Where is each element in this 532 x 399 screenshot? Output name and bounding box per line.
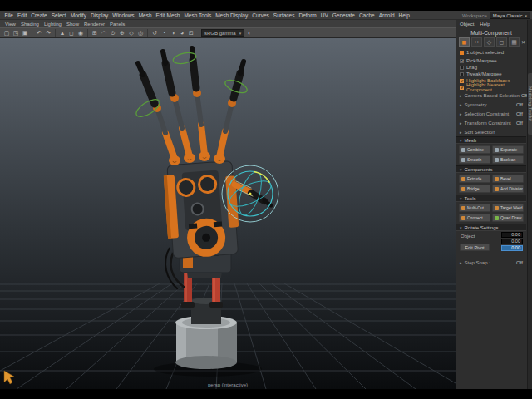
snap-to-view-plane-icon[interactable]: ◇ <box>127 28 135 37</box>
panelmenu-show[interactable]: Show <box>64 22 81 27</box>
render-current-frame-icon[interactable]: ◑ <box>169 28 177 37</box>
rotate-x-field[interactable]: 0.00 <box>501 232 523 238</box>
edge-mode-icon[interactable]: ◇ <box>484 37 495 47</box>
menu-windows[interactable]: Windows <box>111 12 136 18</box>
menu-edit-mesh[interactable]: Edit Mesh <box>154 12 182 18</box>
menu-file[interactable]: File <box>2 12 15 18</box>
snap-to-grid-icon[interactable]: ⊞ <box>91 28 99 37</box>
multi-component-mode-icon[interactable]: ◼ <box>459 37 470 47</box>
exposure-icon[interactable]: ◐ <box>245 28 254 37</box>
tab-modeling-toolkit[interactable]: Modeling Toolkit <box>528 73 532 135</box>
menu-mesh[interactable]: Mesh <box>136 12 154 18</box>
multi-cut-button[interactable]: Multi-Cut <box>459 204 490 212</box>
menu-surfaces[interactable]: Surfaces <box>271 12 297 18</box>
add-divisions-button[interactable]: Add Divisions <box>492 185 524 193</box>
menu-select[interactable]: Select <box>49 12 68 18</box>
checkbox[interactable] <box>460 59 464 63</box>
open-scene-icon[interactable]: ◳ <box>12 28 20 37</box>
save-scene-icon[interactable]: ▣ <box>21 28 29 37</box>
menu-cache[interactable]: Cache <box>357 12 377 18</box>
checkbox-tweak-marquee[interactable]: Tweak/Marquee <box>456 71 526 77</box>
menu-curves[interactable]: Curves <box>250 12 272 18</box>
option-transform-constraint[interactable]: Transform Constraint Off <box>456 118 526 127</box>
menu-help[interactable]: Help <box>397 12 411 18</box>
option-selection-constraint[interactable]: Selection Constraint Off <box>456 109 526 118</box>
rotate-z-field[interactable]: 0.00 <box>501 245 523 251</box>
rotate-y-field[interactable]: 0.00 <box>501 239 523 244</box>
bevel-button[interactable]: Bevel <box>492 175 524 183</box>
uv-mode-icon[interactable]: ▦ <box>509 37 520 47</box>
select-component-icon[interactable]: ◉ <box>76 28 85 37</box>
checkbox-highlight-nearest-component[interactable]: Highlight Nearest Component <box>456 84 526 91</box>
checkbox-pick-marquee[interactable]: Pick/Marquee <box>456 57 526 64</box>
separate-button[interactable]: Separate <box>492 145 524 154</box>
checkbox[interactable] <box>460 79 464 83</box>
panelmenu-view[interactable]: View <box>2 22 18 27</box>
menu-modify[interactable]: Modify <box>68 12 88 18</box>
axis-orientation-dropdown[interactable]: Object <box>461 234 475 239</box>
panelmenu-renderer[interactable]: Renderer <box>81 22 107 27</box>
menu-arnold[interactable]: Arnold <box>377 12 397 18</box>
panelmenu-panels[interactable]: Panels <box>107 22 127 27</box>
camera-label: persp (interactive) <box>0 382 456 387</box>
face-mode-icon[interactable]: ◻ <box>496 37 507 47</box>
section-header-components[interactable]: Components <box>456 165 526 173</box>
snap-to-projected-center-icon[interactable]: ⊕ <box>118 28 126 37</box>
section-header-mesh[interactable]: Mesh <box>456 136 526 144</box>
checkbox[interactable] <box>460 66 464 70</box>
button-label: Connect <box>467 215 483 220</box>
combine-button[interactable]: Combine <box>459 145 490 154</box>
toolkit-menu-object[interactable]: Object <box>460 22 474 27</box>
panelmenu-lighting[interactable]: Lighting <box>42 22 64 27</box>
checkbox-drag[interactable]: Drag <box>456 64 526 71</box>
workspace-label: Workspace <box>462 13 487 18</box>
connect-button[interactable]: Connect <box>459 214 490 222</box>
viewport-canvas[interactable] <box>0 38 456 389</box>
render-view-icon[interactable]: ◔ <box>160 28 168 37</box>
step-snap-row[interactable]: Step Snap : Off <box>456 258 526 267</box>
vertex-mode-icon[interactable]: ∷ <box>471 37 482 47</box>
close-icon[interactable]: ✕ <box>521 39 526 45</box>
snap-to-point-icon[interactable]: ⊙ <box>109 28 117 37</box>
section-header-tools[interactable]: Tools <box>456 195 526 202</box>
toolkit-menu-help[interactable]: Help <box>480 22 490 27</box>
menu-mesh-tools[interactable]: Mesh Tools <box>182 12 214 18</box>
menu-uv[interactable]: UV <box>318 12 330 18</box>
ipr-render-icon[interactable]: ◕ <box>178 28 186 37</box>
select-hierarchy-icon[interactable]: ▲ <box>58 28 66 37</box>
target-weld-button[interactable]: Target Weld <box>492 204 524 212</box>
menu-edit[interactable]: Edit <box>15 12 28 18</box>
button-label: Add Divisions <box>500 186 524 191</box>
option-symmetry[interactable]: Symmetry Off <box>456 100 526 109</box>
checkbox[interactable] <box>460 86 464 90</box>
redo-icon[interactable]: ↷ <box>44 28 52 37</box>
gamma-dropdown[interactable]: sRGB gamma <box>201 29 244 37</box>
boolean-button[interactable]: Boolean <box>492 155 524 164</box>
quad-draw-button[interactable]: Quad Draw <box>492 214 524 222</box>
menu-mesh-display[interactable]: Mesh Display <box>214 12 250 18</box>
option-camera-based-selection[interactable]: Camera Based Selection Off <box>456 91 526 100</box>
workspace-dropdown[interactable]: Maya Classic <box>490 12 530 19</box>
option-value: Off <box>516 102 523 107</box>
snap-to-curve-icon[interactable]: ◠ <box>100 28 108 37</box>
menu-deform[interactable]: Deform <box>297 12 318 18</box>
new-scene-icon[interactable]: ▢ <box>2 28 11 37</box>
undo-icon[interactable]: ↶ <box>35 28 43 37</box>
extrude-button[interactable]: Extrude <box>459 175 490 183</box>
viewport[interactable]: persp (interactive) <box>0 38 456 389</box>
render-settings-icon[interactable]: ⊡ <box>187 28 195 37</box>
menu-create[interactable]: Create <box>29 12 50 18</box>
make-live-icon[interactable]: ◎ <box>136 28 145 37</box>
bridge-button[interactable]: Bridge <box>459 185 490 193</box>
panelmenu-shading[interactable]: Shading <box>18 22 42 27</box>
smooth-button[interactable]: Smooth <box>459 155 490 164</box>
step-snap-label: Step Snap : <box>465 260 490 265</box>
checkbox[interactable] <box>460 72 464 76</box>
construction-history-icon[interactable]: ↺ <box>150 28 159 37</box>
select-object-icon[interactable]: ◻ <box>67 28 76 37</box>
menu-generate[interactable]: Generate <box>330 12 357 18</box>
menu-display[interactable]: Display <box>88 12 110 18</box>
edit-pivot-button[interactable]: Edit Pivot <box>460 244 490 251</box>
soft-selection-expander[interactable]: Soft Selection <box>456 127 526 136</box>
section-header-rotate-settings[interactable]: Rotate Settings <box>456 224 526 231</box>
